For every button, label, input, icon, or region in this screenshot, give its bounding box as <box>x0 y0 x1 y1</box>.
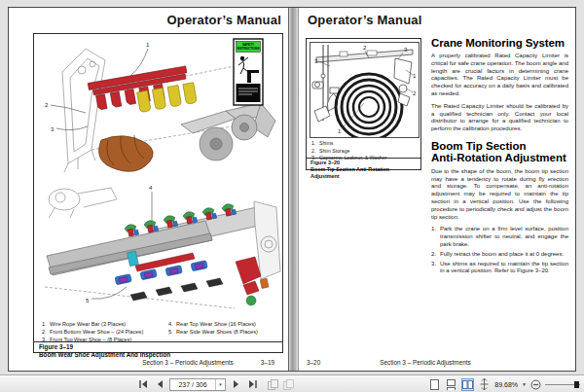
boom-base-wear-shoe-diagram: 1 2 3 SAFETY INSTRUCTIONS <box>35 35 281 178</box>
single-page-view-button[interactable] <box>428 378 441 391</box>
caption-divider <box>34 341 282 342</box>
sheave-assembly <box>181 103 275 160</box>
callout-number: 1 <box>146 42 150 48</box>
legend-item: 2.Shim Storage <box>311 148 417 156</box>
bottom-dark-shoes <box>130 278 223 301</box>
page-navigation-group: ▼ <box>136 377 295 391</box>
footer-section-label: Section 3 – Periodic Adjustments <box>330 359 521 366</box>
callout-number: 2 <box>413 90 417 96</box>
procedure-steps: 1.Park the crane on a firm level surface… <box>431 226 568 275</box>
step-item: 1.Park the crane on a firm level surface… <box>431 226 568 248</box>
callout-number: 3 <box>51 126 55 132</box>
paragraph: Due to the shape of the boom, the boom t… <box>431 168 568 222</box>
legend-item: 5.Rear Side Wear Shoes (8 Places) <box>168 329 275 337</box>
page-number-dropdown-button[interactable]: ▼ <box>215 379 225 390</box>
viewer-bottom-toolbar: ▼ <box>0 374 584 392</box>
zoom-out-button[interactable] <box>530 378 541 391</box>
figure-3-19-box: 1 2 3 SAFETY INSTRUCTIONS <box>33 33 283 353</box>
footer-page-number: 3–20 <box>307 359 320 366</box>
callout-number: 2 <box>363 45 367 51</box>
previous-view-button[interactable] <box>266 378 279 391</box>
last-page-button[interactable] <box>245 378 259 391</box>
page-gutter <box>288 8 299 371</box>
legend-item: 4.Rear Top Wear Shoe (16 Places) <box>168 321 275 329</box>
orange-pad <box>260 278 269 288</box>
zoom-dropdown-caret[interactable]: ▼ <box>522 381 527 387</box>
page-number-input[interactable] <box>170 379 215 390</box>
pdf-viewer-window: Operator’s Manual <box>0 0 584 392</box>
safety-label-title-line2: INSTRUCTIONS <box>237 47 259 51</box>
paragraph: The Rated Capacity Limiter should be cal… <box>431 103 568 133</box>
page-number-box: ▼ <box>169 378 226 391</box>
figure-3-20-box: 3 2 3 1 2 1 1.Shims 2.Shim Storage 3.Cap… <box>306 38 421 170</box>
caption-divider <box>307 158 420 159</box>
callout-number: 2 <box>45 102 49 108</box>
manual-page-left: Operator’s Manual <box>9 8 288 371</box>
next-view-button[interactable] <box>281 378 295 391</box>
figure-3-19-caption: Figure 3–19 Boom Wear Shoe Adjustment An… <box>39 343 170 359</box>
callout-number: 1 <box>338 128 342 134</box>
two-page-view-button[interactable] <box>461 378 474 391</box>
legend-item: 1.Wire Rope Wear Bar (3 Places) <box>42 321 168 329</box>
manual-page-right: Operator’s Manual <box>299 8 575 371</box>
legend-item: 1.Shims <box>311 140 417 148</box>
safety-instructions-label: SAFETY INSTRUCTIONS <box>234 39 263 105</box>
sheave-grooves <box>336 74 402 138</box>
fit-height-view-button[interactable] <box>478 378 491 391</box>
view-history-group <box>266 378 295 391</box>
callout-number: 5 <box>86 298 90 303</box>
paragraph: A properly calibrated Rated Capacity Lim… <box>431 53 568 98</box>
previous-page-button[interactable] <box>153 378 166 391</box>
tip-bracket <box>394 58 412 106</box>
body-text-column: Crane Monitoring System A properly calib… <box>431 37 568 277</box>
zoom-slider[interactable] <box>545 381 580 388</box>
boom-sections-wear-pad-diagram: 4 5 <box>35 178 281 318</box>
footer-page-number: 3–19 <box>261 359 274 366</box>
page-header-title: Operator’s Manual <box>308 13 422 27</box>
zoom-percentage-label[interactable]: 89.68% <box>494 381 518 388</box>
page-header-title: Operator’s Manual <box>166 13 281 27</box>
heading-boom-tip-section: Boom Tip Section Anti-Rotation Adjustmen… <box>431 140 568 164</box>
zoom-slider-handle[interactable] <box>574 381 579 388</box>
next-page-button[interactable] <box>229 378 242 391</box>
red-wear-rail <box>135 253 195 271</box>
step-item: 2.Fully retract the boom and place it at… <box>431 251 568 259</box>
callout-number: 1 <box>413 73 417 79</box>
legend-item: 2.Front Bottom Wear Shoe – (24 Places) <box>42 329 168 337</box>
callout-number: 4 <box>149 185 153 191</box>
heading-crane-monitoring-system: Crane Monitoring System <box>431 37 568 49</box>
boom-tip-sheave-diagram: 3 2 3 1 2 1 <box>310 42 420 138</box>
document-sheet: Operator’s Manual <box>8 7 576 372</box>
figure-title: Boom Tip Section Anti-Rotation Adjustmen… <box>310 166 420 180</box>
boom-base-red-bracket <box>236 257 261 295</box>
first-page-button[interactable] <box>136 378 150 391</box>
green-knob <box>246 296 256 305</box>
footer-section-label: Section 3 – Periodic Adjustments <box>98 359 277 366</box>
step-item: 3.Use shims as required to maintain the … <box>431 261 568 276</box>
zoom-and-view-group: 89.68% ▼ <box>428 377 580 391</box>
figure-number: Figure 3–19 <box>39 343 170 351</box>
figure-3-19-legend: 1.Wire Rope Wear Bar (3 Places) 2.Front … <box>42 321 279 343</box>
figure-number: Figure 3–20 <box>310 160 420 166</box>
shim-hardware <box>312 74 339 122</box>
figure-3-20-caption: Figure 3–20 Boom Tip Section Anti-Rotati… <box>310 160 420 180</box>
continuous-scroll-view-button[interactable] <box>445 378 457 391</box>
